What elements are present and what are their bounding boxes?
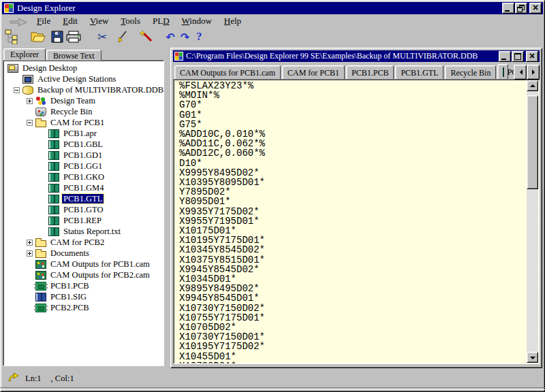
tree-item[interactable]: CAM Outputs for PCB2.cam — [3, 270, 164, 280]
document-tab[interactable]: CAM for PCB1 — [282, 65, 345, 80]
title-bar[interactable]: Design Explorer — [2, 2, 543, 14]
tree-expander-icon[interactable] — [14, 87, 20, 93]
tree-item-label[interactable]: Design Desktop — [21, 63, 78, 73]
menu-item[interactable]: File — [31, 16, 57, 27]
scroll-up-icon[interactable] — [527, 80, 538, 91]
restore-button-icon[interactable] — [515, 3, 527, 14]
tree-expander-icon[interactable] — [27, 98, 33, 104]
redo-icon[interactable]: ↷ — [181, 29, 189, 45]
explorer-tree[interactable]: Design Desktop Active Design Stations Ba… — [3, 60, 164, 366]
tree-item-label[interactable]: PCB1.GKO — [62, 172, 106, 182]
tree-item-label[interactable]: PCB1.REP — [62, 216, 103, 225]
document-tab[interactable]: PCB1.PCB — [346, 65, 394, 80]
tree-item-label[interactable]: CAM for PCB2 — [49, 238, 106, 247]
close-button-icon[interactable] — [529, 3, 542, 14]
status-arrow-icon — [7, 372, 20, 385]
tree-item-icon — [7, 64, 18, 73]
tree-item[interactable]: Backup of MULTIVIBRATOR.DDB — [3, 84, 164, 95]
tab-scroll-right-icon[interactable] — [527, 65, 540, 80]
menu-item[interactable]: Tools — [114, 16, 146, 27]
menu-item[interactable]: Help — [218, 16, 247, 27]
tree-item-label[interactable]: PCB2.PCB — [49, 303, 91, 312]
tree-item-label[interactable]: PCB1.SIG — [49, 292, 88, 301]
tree-item[interactable]: PCB1.GTL — [3, 193, 164, 204]
doc-minimize-button-icon[interactable] — [499, 51, 511, 62]
tree-item-icon — [35, 97, 46, 105]
tree-item-label[interactable]: Status Report.txt — [62, 227, 122, 236]
probe-icon[interactable] — [115, 29, 129, 45]
tree-item[interactable]: Documents — [3, 248, 164, 259]
tree-item-label[interactable]: PCB1.apr — [62, 129, 98, 138]
tree-item[interactable]: Design Desktop — [3, 63, 164, 74]
tree-item[interactable]: Status Report.txt — [3, 226, 164, 237]
tree-item-icon — [35, 240, 46, 247]
tree-item-label[interactable]: Documents — [49, 248, 91, 258]
tree-expander-icon[interactable] — [27, 240, 33, 246]
undo-icon[interactable]: ↶ — [166, 29, 174, 45]
tree-item-label[interactable]: Active Design Stations — [36, 74, 117, 84]
tree-item[interactable]: CAM Outputs for PCB1.cam — [3, 259, 164, 270]
document-tab[interactable]: PCB1.GTL — [395, 65, 443, 80]
print-icon[interactable] — [66, 29, 81, 45]
cut-icon[interactable]: ✂ — [97, 29, 107, 45]
tree-item[interactable]: PCB1.GBL — [3, 139, 164, 150]
tree-item-label[interactable]: PCB1.GBL — [62, 140, 104, 149]
tree-item-label[interactable]: CAM Outputs for PCB2.cam — [49, 270, 151, 280]
minimize-button-icon[interactable] — [502, 3, 514, 14]
help-icon[interactable]: ? — [196, 29, 202, 45]
tree-item-label[interactable]: CAM Outputs for PCB1.cam — [49, 259, 151, 269]
tree-item-label[interactable]: PCB1.GM4 — [62, 183, 105, 193]
tree-expander-icon[interactable] — [27, 250, 33, 257]
tree-item[interactable]: PCB1.GG1 — [3, 161, 164, 172]
tree-item-label[interactable]: PCB1.PCB — [49, 281, 91, 291]
menu-item[interactable]: View — [84, 16, 114, 27]
tree-item-label[interactable]: CAM for PCB1 — [49, 118, 106, 127]
scrollbar-thumb[interactable] — [527, 95, 538, 189]
tree-item-label[interactable]: Recycle Bin — [49, 107, 93, 116]
tree-item[interactable]: PCB1.apr — [3, 128, 164, 139]
doc-maximize-button-icon[interactable] — [512, 51, 524, 62]
document-tab[interactable]: CAM Outputs for PCB1.cam — [174, 65, 281, 80]
tree-item-icon — [48, 151, 59, 160]
tree-expander-icon[interactable] — [27, 120, 33, 126]
text-editor[interactable]: %FSLAX23Y23*% %MOIN*% G70* G01* G75* %AD… — [173, 79, 540, 364]
scroll-down-icon[interactable] — [527, 352, 538, 363]
save-icon[interactable] — [51, 29, 63, 45]
tree-item[interactable]: PCB1.PCB — [3, 280, 164, 291]
tree-item-label[interactable]: PCB1.GTO — [62, 205, 104, 214]
menu-item[interactable]: PLD — [146, 16, 176, 27]
tree-item-label[interactable]: PCB1.GTL — [62, 194, 104, 203]
tree-item[interactable]: PCB1.GM4 — [3, 182, 164, 193]
tree-item-icon — [35, 260, 46, 269]
tree-item-label[interactable]: Design Team — [49, 96, 97, 105]
menu-item[interactable]: Edit — [57, 16, 84, 27]
tree-item[interactable]: PCB2.PCB — [3, 302, 164, 313]
tree-item[interactable]: PCB1.GD1 — [3, 150, 164, 161]
tree-item[interactable]: PCB1.REP — [3, 215, 164, 226]
document-tab[interactable]: PCB1.GTL — [497, 64, 508, 80]
tree-item-label[interactable]: Backup of MULTIVIBRATOR.DDB — [36, 85, 164, 95]
vertical-scrollbar[interactable] — [527, 80, 538, 363]
tree-item[interactable]: Active Design Stations — [3, 74, 164, 84]
document-title-bar[interactable]: C:\Program Files\Design Explorer 99 SE\E… — [173, 50, 540, 62]
open-document-icon[interactable] — [31, 29, 46, 45]
tree-item[interactable]: CAM for PCB1 — [3, 117, 164, 128]
tree-item[interactable]: Recycle Bin — [3, 106, 164, 117]
tree-item-icon — [48, 216, 59, 225]
tree-item[interactable]: Design Team — [3, 95, 164, 106]
doc-close-button-icon[interactable] — [526, 51, 538, 62]
tab-scroll-left-icon[interactable] — [514, 65, 527, 80]
wizard-sparkle-icon[interactable] — [138, 29, 153, 45]
tree-item[interactable]: CAM for PCB2 — [3, 237, 164, 248]
tree-item-label[interactable]: PCB1.GG1 — [62, 161, 104, 171]
tree-item[interactable]: PCB1.GKO — [3, 172, 164, 182]
explorer-toggle-icon[interactable] — [5, 29, 18, 45]
document-tab[interactable]: Recycle Bin — [445, 65, 496, 80]
editor-text[interactable]: %FSLAX23Y23*% %MOIN*% G70* G01* G75* %AD… — [174, 80, 539, 364]
menu-item[interactable]: Window — [176, 16, 218, 27]
tree-item[interactable]: PCB1.SIG — [3, 291, 164, 302]
tree-item[interactable]: PCB1.GTO — [3, 204, 164, 215]
panel-tab[interactable]: Explorer — [3, 48, 46, 61]
tree-item-label[interactable]: PCB1.GD1 — [62, 150, 104, 160]
panel-tab[interactable]: Browse Text — [46, 50, 102, 61]
